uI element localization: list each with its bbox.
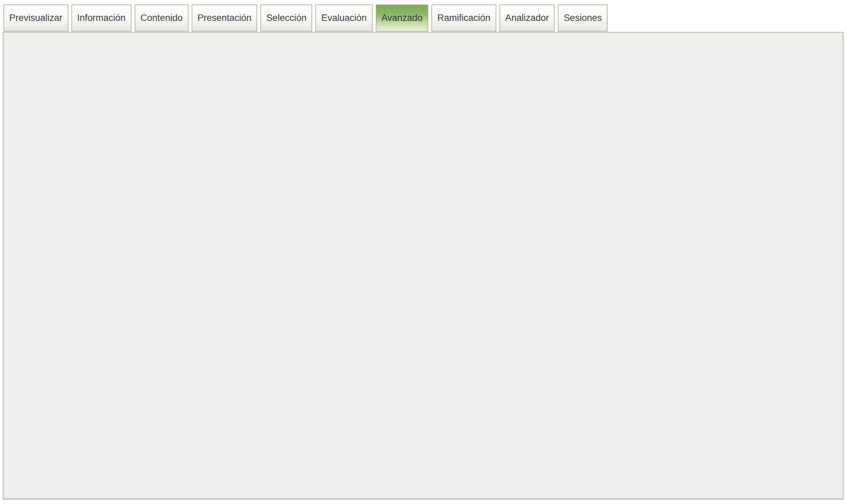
- tab-label: Analizador: [505, 13, 549, 23]
- tab-label: Avanzado: [382, 13, 423, 23]
- page: Previsualizar Información Contenido Pres…: [0, 0, 847, 504]
- tab-label: Contenido: [140, 13, 183, 23]
- tab-seleccion[interactable]: Selección: [260, 4, 312, 32]
- tab-label: Selección: [266, 13, 306, 23]
- tab-label: Información: [77, 13, 126, 23]
- tab-label: Sesiones: [564, 13, 602, 23]
- tab-contenido[interactable]: Contenido: [135, 4, 189, 32]
- tab-label: Presentación: [197, 13, 252, 23]
- tab-label: Evaluación: [321, 13, 366, 23]
- tab-avanzado-active[interactable]: Avanzado: [376, 4, 429, 32]
- tab-analizador[interactable]: Analizador: [499, 4, 555, 32]
- tab-presentacion[interactable]: Presentación: [192, 4, 258, 32]
- tab-sesiones[interactable]: Sesiones: [558, 4, 608, 32]
- tab-informacion[interactable]: Información: [71, 4, 132, 32]
- advanced-tab-panel: [3, 32, 844, 500]
- tab-ramificacion[interactable]: Ramificación: [431, 4, 496, 32]
- tab-evaluacion[interactable]: Evaluación: [315, 4, 372, 32]
- tab-label: Previsualizar: [9, 13, 63, 23]
- tab-previsualizar[interactable]: Previsualizar: [3, 4, 68, 32]
- tab-bar: Previsualizar Información Contenido Pres…: [3, 4, 608, 32]
- tab-label: Ramificación: [437, 13, 490, 23]
